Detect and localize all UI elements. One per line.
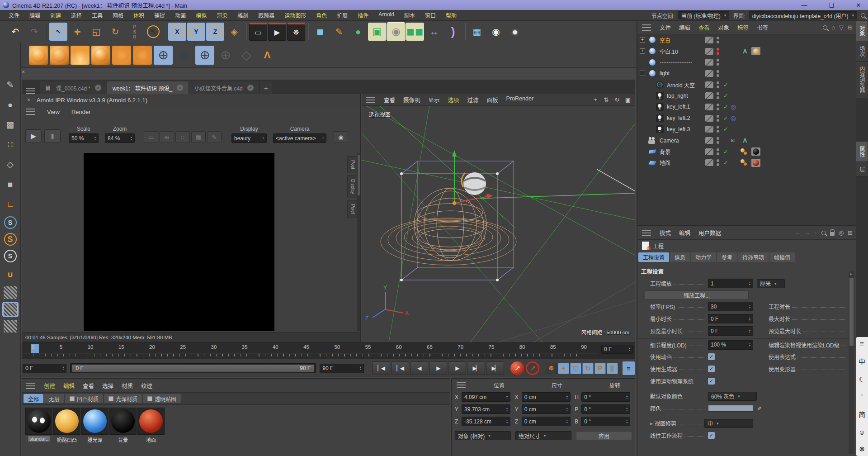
visibility-dots-icon[interactable] [717, 92, 719, 99]
display-mode-button[interactable]: Λ [258, 46, 277, 65]
record-toggle[interactable]: ↻ [582, 363, 594, 374]
viewport-menu-item[interactable]: ProRender [502, 95, 538, 104]
ipr-tool-button[interactable]: ∷ [175, 131, 190, 143]
toolbar-button[interactable]: ● [506, 23, 524, 41]
dock-tool-button[interactable]: S [4, 216, 17, 229]
material-name[interactable]: 地面 [146, 436, 156, 443]
menu-item[interactable]: 渲染 [212, 11, 232, 19]
rotation-input[interactable]: 0 °▴▾ [581, 417, 630, 426]
menu-item[interactable]: 动画 [170, 11, 191, 19]
attribute-tab[interactable]: 动力学 [691, 252, 716, 262]
spinner-icon[interactable]: ▴▾ [749, 304, 750, 309]
spinner-icon[interactable]: ▴▾ [749, 329, 750, 333]
toolbar-button[interactable] [44, 23, 48, 40]
material-thumbnail[interactable] [109, 408, 137, 435]
viewport-menu-icon[interactable] [366, 97, 375, 103]
object-row[interactable]: Arnold 天空 ✓ [637, 79, 856, 90]
object-tag-icon[interactable]: A [741, 47, 750, 55]
toolbar-button[interactable]: ◈ [225, 23, 243, 41]
visibility-dots-icon[interactable] [717, 37, 719, 43]
toolbar-button[interactable]: ✎ [330, 23, 348, 41]
record-toggle[interactable]: P [594, 363, 606, 374]
dock-tool-button[interactable]: ✎ [2, 77, 19, 93]
tab-close-icon[interactable]: × [95, 85, 101, 91]
camera-select[interactable]: <active camera>▾ [273, 133, 326, 143]
expand-toggle[interactable]: − [640, 71, 645, 76]
size-input[interactable]: 0 cm▴▾ [522, 392, 571, 402]
toolbar-button[interactable]: ) [444, 23, 462, 41]
range-end-input[interactable]: 90 F▴▾ [320, 364, 363, 373]
toolbar-button[interactable]: ↔ [425, 23, 443, 41]
ipr-side-tab[interactable]: Post [347, 156, 357, 173]
window-control-button[interactable]: ✕ [853, 2, 864, 9]
viewport-menu-item[interactable]: 摄像机 [399, 95, 425, 104]
om-header-icon[interactable] [823, 25, 827, 30]
visibility-dots-icon[interactable] [717, 115, 719, 122]
menu-item[interactable]: 选择 [66, 11, 87, 19]
object-name[interactable]: key_left.1 [667, 104, 690, 110]
material-item[interactable]: 地面 [137, 408, 165, 443]
material-menu-item[interactable]: 纹理 [137, 381, 156, 390]
record-button[interactable]: ⊸ [526, 361, 539, 375]
ipr-menu-item[interactable]: View [47, 109, 60, 115]
visibility-dots-icon[interactable] [717, 137, 719, 144]
material-menu-item[interactable]: 编辑 [59, 381, 79, 390]
ime-button[interactable]: ☺ [859, 428, 865, 436]
layer-toggle-icon[interactable] [705, 126, 713, 133]
zoom-input[interactable]: 84 %▴▾ [105, 133, 135, 143]
menu-item[interactable]: 跟踪器 [253, 11, 279, 19]
field-input[interactable]: 30▴▾ [708, 302, 753, 311]
transport-button[interactable]: ▶ [429, 361, 447, 375]
material-menu-icon[interactable] [26, 383, 35, 389]
material-thumbnail[interactable] [137, 408, 165, 435]
menu-item[interactable]: 角色 [311, 11, 332, 19]
menu-item[interactable]: 插件 [353, 11, 373, 19]
object-state-icon[interactable]: ⊡ [731, 138, 735, 143]
attribute-scrollbar[interactable] [849, 271, 854, 454]
object-tag-icon[interactable] [751, 147, 760, 156]
toolbar-button[interactable] [163, 23, 167, 40]
position-input[interactable]: 4.097 cm▴▾ [462, 392, 510, 402]
menu-item[interactable]: 脚本 [399, 11, 420, 19]
display-mode-button[interactable] [50, 46, 69, 65]
toolbar-button[interactable]: ● [349, 23, 367, 41]
current-frame-input[interactable]: 0 F▴▾ [601, 345, 633, 354]
display-select[interactable]: beauty▾ [231, 133, 267, 143]
om-menu-item[interactable]: 编辑 [675, 23, 694, 32]
manager-side-tab[interactable]: 层 [856, 162, 868, 177]
display-mode-button[interactable]: ⊕ [154, 46, 173, 65]
new-panel-icon[interactable]: ⊞ [848, 229, 853, 236]
menu-item[interactable]: 网格 [108, 11, 128, 19]
viewport-nav-icon[interactable]: ▣ [624, 96, 632, 104]
ipr-menu-icon[interactable] [26, 109, 35, 115]
viewport-menu-item[interactable]: 过滤 [463, 95, 483, 104]
dock-tool-button[interactable]: ∷ [2, 137, 19, 152]
snapshot-camera-button[interactable]: ◉ [334, 131, 348, 143]
spinner-icon[interactable]: ▴▾ [749, 342, 750, 347]
enabled-check-icon[interactable]: ✓ [723, 126, 728, 133]
om-menu-item[interactable]: 标签 [733, 23, 753, 32]
layer-toggle-icon[interactable] [705, 59, 713, 66]
toolbar-button[interactable]: ◱ [87, 23, 105, 41]
view-clipping-select[interactable]: 中▾ [704, 419, 753, 428]
transport-button[interactable]: ▏◀ [391, 361, 409, 375]
om-menu-item[interactable]: 对象 [714, 23, 733, 32]
toolbar-button[interactable]: ▦ [468, 23, 486, 41]
dock-tool-button[interactable]: S [4, 233, 17, 246]
menu-item[interactable]: 捕捉 [149, 11, 170, 19]
material-item[interactable]: 腿光泽 [81, 408, 109, 443]
material-layer-tab[interactable]: 光泽材质 [104, 394, 142, 403]
object-row[interactable]: key_left.3 ✓ [637, 124, 856, 135]
om-menu-item[interactable]: 书签 [753, 23, 772, 32]
window-control-button[interactable]: — [798, 2, 810, 9]
layer-toggle-icon[interactable] [705, 159, 713, 166]
menu-item[interactable]: Arnold [373, 11, 399, 19]
search-icon[interactable] [861, 13, 865, 18]
display-mode-button[interactable] [29, 46, 48, 65]
display-mode-button[interactable]: ◇ [237, 46, 256, 65]
menu-item[interactable]: 运动图形 [279, 11, 311, 19]
object-row[interactable]: − light [637, 68, 856, 79]
ipr-pause-button[interactable]: ‖ [44, 129, 61, 143]
expander-icon[interactable]: ▸ [650, 420, 653, 427]
record-toggle[interactable]: + [558, 363, 569, 374]
